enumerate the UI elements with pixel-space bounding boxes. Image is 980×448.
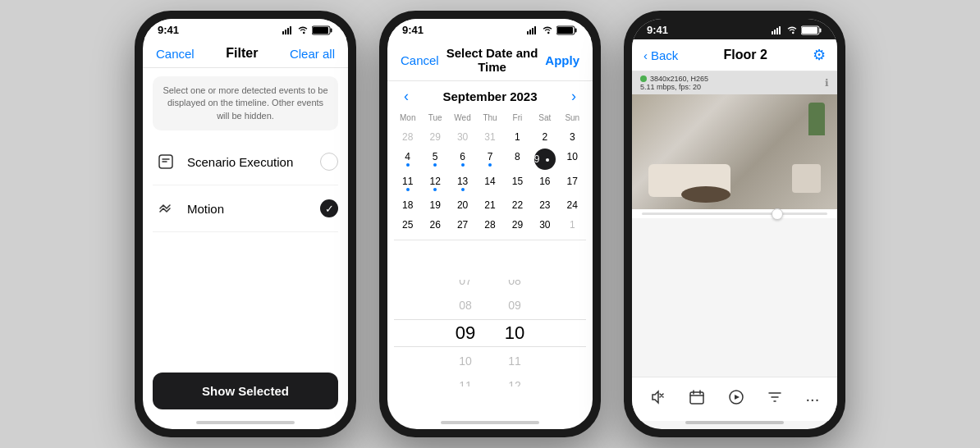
cal-day[interactable]: 1 [559,215,586,235]
svg-rect-1 [285,30,286,34]
back-label: Back [651,48,678,62]
cam-stats: 5.11 mbps, fps: 20 [640,83,708,91]
minute-item: 11 [490,349,539,373]
cam-plant-shape [808,103,825,135]
next-month-button[interactable]: › [565,88,583,105]
svg-rect-5 [331,28,332,32]
cam-info-left: 3840x2160, H265 5.11 mbps, fps: 20 [640,75,708,91]
cal-day[interactable]: 20 [449,195,476,215]
cam-battery-icon [801,25,822,35]
minute-item: 12 [490,373,539,386]
cal-day[interactable]: 29 [504,215,531,235]
clear-all-button[interactable]: Clear all [290,47,335,61]
cal-day[interactable]: 13 [449,171,476,195]
cal-day[interactable]: 27 [449,215,476,235]
cal-day[interactable]: 10 [559,147,586,171]
cam-floor-title: Floor 2 [724,48,767,62]
cal-day[interactable]: 28 [476,215,503,235]
cal-title: Select Date and Time [439,46,546,74]
phone-camera: 9:41 [624,11,845,437]
hour-column[interactable]: 06 07 08 09 10 11 12 [441,280,490,386]
cal-day[interactable]: 3 [559,127,586,147]
cal-day[interactable]: 17 [559,171,586,195]
show-selected-button[interactable]: Show Selected [153,373,338,409]
play-button[interactable] [721,386,751,413]
cal-day[interactable]: 22 [504,195,531,215]
cal-day[interactable]: 2 [531,127,558,147]
phone-camera-screen: 9:41 [632,19,837,429]
cal-day[interactable]: 8 [504,147,531,171]
motion-toggle[interactable] [320,199,338,217]
wifi-icon [297,26,309,34]
weekday-mon: Mon [394,112,421,124]
cal-day[interactable]: 24 [559,195,586,215]
cal-day[interactable]: 25 [394,215,421,235]
filter-button[interactable] [760,386,790,413]
cal-day[interactable]: 16 [531,171,558,195]
scenario-toggle[interactable] [320,153,338,171]
prev-month-button[interactable]: ‹ [397,88,415,105]
weekday-header: Mon Tue Wed Thu Fri Sat Sun [394,112,586,124]
filter-item-scenario[interactable]: Scenario Execution [153,139,338,185]
cal-day[interactable]: 29 [421,127,448,147]
wifi-icon-2 [542,26,553,34]
cal-cancel-button[interactable]: Cancel [401,53,439,67]
phones-container: 9:41 [135,11,845,437]
hour-item: 07 [441,280,490,293]
mute-button[interactable] [643,386,673,413]
divider [394,240,586,240]
month-nav: ‹ September 2023 › [394,81,586,112]
time-columns: 06 07 08 09 10 11 12 07 08 09 10 [441,280,539,386]
cal-day[interactable]: 30 [531,215,558,235]
svg-rect-6 [313,27,328,34]
info-icon[interactable]: ℹ [825,77,829,89]
svg-rect-15 [772,31,773,34]
svg-rect-16 [774,30,776,34]
cal-day[interactable]: 1 [504,127,531,147]
cal-day[interactable]: 18 [394,195,421,215]
cal-day[interactable]: 11 [394,171,421,195]
calendar-container: ‹ September 2023 › Mon Tue Wed Thu Fri S… [387,81,593,421]
cal-day[interactable]: 5 [421,147,448,171]
cal-day[interactable]: 6 [449,147,476,171]
cam-feed-image [632,94,837,209]
settings-gear-icon[interactable]: ⚙ [813,46,826,64]
cal-day[interactable]: 4 [394,147,421,171]
cal-day[interactable]: 23 [531,195,558,215]
more-button[interactable]: ··· [799,386,827,412]
signal-icon [282,26,294,34]
cam-slider-bar [632,209,837,218]
cal-day[interactable]: 28 [394,127,421,147]
svg-rect-11 [534,26,536,34]
cal-day[interactable]: 31 [476,127,503,147]
cam-toolbar: ··· [632,377,837,421]
svg-rect-2 [287,28,289,34]
filter-item-motion[interactable]: Motion [153,185,338,232]
cal-day-today[interactable]: 9 [534,149,556,170]
cal-day[interactable]: 14 [476,171,503,195]
svg-rect-20 [820,28,822,32]
signal-icon-2 [527,26,538,34]
cam-slider-thumb[interactable] [772,208,783,220]
cal-day[interactable]: 26 [421,215,448,235]
cam-status-time: 9:41 [647,24,668,36]
cancel-button[interactable]: Cancel [156,47,195,61]
cam-slider-track[interactable] [642,213,827,215]
hour-selected: 09 [441,318,490,349]
minute-column[interactable]: 07 08 09 10 11 12 13 [490,280,539,386]
cal-day[interactable]: 19 [421,195,448,215]
cal-day[interactable]: 12 [421,171,448,195]
cal-day[interactable]: 21 [476,195,503,215]
cam-signal-icon [772,26,783,34]
calendar-button[interactable] [682,386,712,413]
cal-day[interactable]: 7 [476,147,503,171]
back-button[interactable]: ‹ Back [643,48,678,62]
hour-item: 10 [441,349,490,373]
cal-day[interactable]: 15 [504,171,531,195]
cal-apply-button[interactable]: Apply [545,53,579,67]
filter-title: Filter [226,46,258,61]
weekday-tue: Tue [421,112,448,124]
battery-icon-2 [556,25,578,35]
weekday-thu: Thu [476,112,503,124]
cal-day[interactable]: 30 [449,127,476,147]
